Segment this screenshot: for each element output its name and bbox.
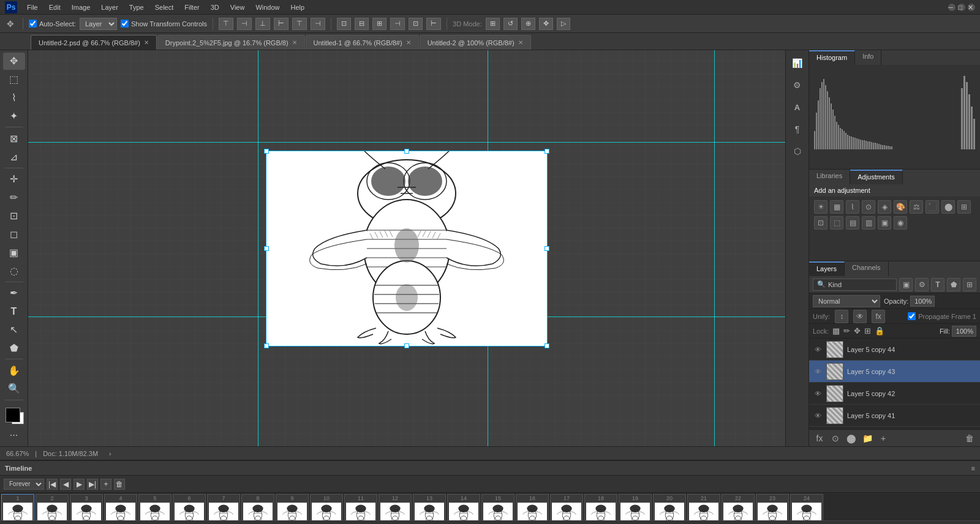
align-vcenter[interactable]: ⊣ <box>237 18 252 30</box>
close-button[interactable]: ✕ <box>968 4 975 11</box>
adj-posterize[interactable]: ▤ <box>846 216 859 230</box>
frame-10[interactable]: 11 0 sec. <box>344 494 377 520</box>
frame-14[interactable]: 15 0 sec. <box>481 494 514 520</box>
add-layer-style[interactable]: fx <box>813 432 826 444</box>
color-selector[interactable] <box>3 405 25 425</box>
3d-pan-btn[interactable]: ✥ <box>539 18 553 30</box>
layer-44-visibility[interactable]: 👁 <box>813 345 823 354</box>
layer-item-42[interactable]: 👁 Layer 5 copy 42 <box>809 383 980 405</box>
gradient-tool[interactable]: ▣ <box>3 244 25 261</box>
more-tools[interactable]: ··· <box>3 427 25 444</box>
tab-3-close[interactable]: ✕ <box>406 39 411 46</box>
canvas-area[interactable] <box>28 50 785 446</box>
layers-filter-shape[interactable]: ⬟ <box>947 278 960 291</box>
adj-bw[interactable]: ⬛ <box>925 200 939 214</box>
adj-vibrance[interactable]: ◈ <box>878 200 891 214</box>
distribute-top[interactable]: ⊡ <box>337 18 351 30</box>
new-layer[interactable]: + <box>876 432 890 444</box>
adj-channelmixer[interactable]: ⊞ <box>957 200 971 214</box>
next-frame-btn[interactable]: ▶| <box>87 479 98 490</box>
frame-17[interactable]: 18 0 sec. <box>584 494 617 520</box>
distribute-vcenter[interactable]: ⊟ <box>355 18 369 30</box>
lock-pixels[interactable]: ▩ <box>832 326 840 335</box>
layers-filter-smartobj[interactable]: ⊞ <box>963 278 976 291</box>
layer-item-41[interactable]: 👁 Layer 5 copy 41 <box>809 405 980 427</box>
auto-select-dropdown[interactable]: Layer Group <box>80 18 117 30</box>
menu-help[interactable]: Help <box>286 2 310 12</box>
new-fill-layer[interactable]: ⬤ <box>845 432 858 444</box>
opacity-input[interactable] <box>910 296 935 307</box>
prev-frame-btn[interactable]: ◀ <box>60 479 71 490</box>
handle-top-right[interactable] <box>545 149 549 154</box>
tab-1[interactable]: Untitled-2.psd @ 66.7% (RGB/8#) ✕ <box>31 35 157 50</box>
adj-colorbalance[interactable]: ⚖ <box>910 200 923 214</box>
lock-image[interactable]: ✏ <box>843 326 850 335</box>
frame-12[interactable]: 13 0 sec. <box>413 494 446 520</box>
adj-brightness[interactable]: ☀ <box>814 200 827 214</box>
healing-tool[interactable]: ✛ <box>3 171 25 188</box>
tab-layers[interactable]: Layers <box>809 261 845 276</box>
blend-mode-dropdown[interactable]: Normal Multiply Screen <box>813 295 880 307</box>
clone-tool[interactable]: ⊡ <box>3 208 25 225</box>
menu-type[interactable]: Type <box>124 2 149 12</box>
crop-tool[interactable]: ⊠ <box>3 130 25 147</box>
align-hcenter[interactable]: ⊤ <box>292 18 307 30</box>
minimize-button[interactable]: ─ <box>948 4 956 11</box>
show-transform-input[interactable] <box>121 20 129 28</box>
3d-mode-btn[interactable]: ⊞ <box>486 18 500 30</box>
new-frame-btn[interactable]: + <box>100 479 111 490</box>
magic-wand-tool[interactable]: ✦ <box>3 108 25 125</box>
lasso-tool[interactable]: ⌇ <box>3 89 25 107</box>
propagate-checkbox[interactable] <box>908 312 916 320</box>
show-transform-checkbox[interactable]: Show Transform Controls <box>121 20 207 28</box>
frame-9[interactable]: 10 0 sec. <box>310 494 343 520</box>
type-tool[interactable]: T <box>3 303 25 320</box>
tab-histogram[interactable]: Histogram <box>809 50 855 65</box>
add-mask[interactable]: ⊙ <box>829 432 842 444</box>
menu-view[interactable]: View <box>225 2 250 12</box>
timeline-menu-button[interactable]: ≡ <box>971 465 975 472</box>
handle-top-center[interactable] <box>404 149 409 154</box>
right-icon-type[interactable]: A <box>788 98 807 116</box>
brush-tool[interactable]: ✏ <box>3 189 25 206</box>
auto-select-checkbox[interactable]: Auto-Select: <box>29 20 76 28</box>
eraser-tool[interactable]: ◻ <box>3 225 25 242</box>
layers-filter-adj[interactable]: ⚙ <box>915 278 929 291</box>
marquee-tool[interactable]: ⬚ <box>3 71 25 88</box>
layers-filter-type[interactable]: T <box>931 278 944 291</box>
delete-layer[interactable]: 🗑 <box>963 432 976 444</box>
3d-orbit-btn[interactable]: ⊕ <box>521 18 535 30</box>
frame-23[interactable]: 24 0 sec. <box>790 494 823 520</box>
delete-frame-btn[interactable]: 🗑 <box>114 479 125 490</box>
timeline-scrollbar[interactable] <box>0 520 980 524</box>
layer-item-44[interactable]: 👁 Layer 5 copy 44 <box>809 339 980 361</box>
frame-11[interactable]: 12 0 sec. <box>379 494 412 520</box>
frame-8[interactable]: 9 0 sec. <box>276 494 309 520</box>
doc-info-arrow[interactable]: › <box>109 450 111 457</box>
foreground-color[interactable] <box>6 408 20 422</box>
first-frame-btn[interactable]: |◀ <box>47 479 58 490</box>
frame-21[interactable]: 22 0 sec. <box>722 494 755 520</box>
menu-file[interactable]: File <box>22 2 43 12</box>
eyedropper-tool[interactable]: ⊿ <box>3 148 25 165</box>
handle-top-left[interactable] <box>264 149 269 154</box>
menu-select[interactable]: Select <box>150 2 179 12</box>
frame-7[interactable]: 8 0 sec. <box>241 494 274 520</box>
layer-41-visibility[interactable]: 👁 <box>813 411 823 421</box>
menu-edit[interactable]: Edit <box>44 2 66 12</box>
right-icon-histogram[interactable]: 📊 <box>788 54 807 72</box>
lock-position[interactable]: ✥ <box>854 326 861 335</box>
menu-image[interactable]: Image <box>67 2 96 12</box>
tab-2[interactable]: Drypoint.2_5%2F5.jpg @ 16.7% (RGB/8) ✕ <box>157 35 305 50</box>
frame-18[interactable]: 19 0 sec. <box>619 494 652 520</box>
align-top[interactable]: ⊤ <box>219 18 233 30</box>
adj-gradientmap[interactable]: ▣ <box>878 216 891 230</box>
handle-bottom-center[interactable] <box>404 343 409 348</box>
unify-style[interactable]: fx <box>872 310 885 323</box>
layer-43-visibility[interactable]: 👁 <box>813 367 823 376</box>
unify-position[interactable]: ↕ <box>835 310 848 323</box>
tab-3[interactable]: Untitled-1 @ 66.7% (RGB/8#) ✕ <box>306 35 419 50</box>
right-icon-3d[interactable]: ⬡ <box>788 142 807 160</box>
distribute-right[interactable]: ⊢ <box>426 18 441 30</box>
unify-visibility[interactable]: 👁 <box>853 310 867 323</box>
